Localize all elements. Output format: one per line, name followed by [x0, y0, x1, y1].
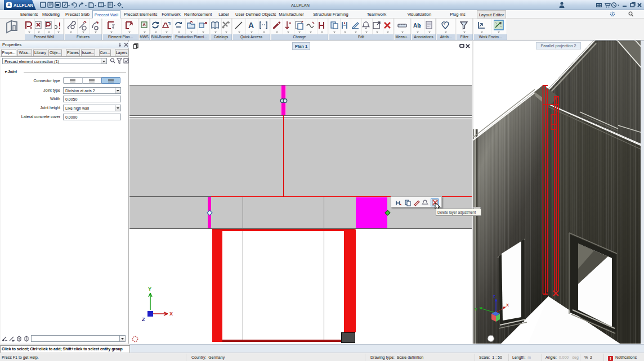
svg-text:z: z	[493, 294, 495, 299]
svg-text:Z: Z	[142, 317, 145, 322]
svg-text:X: X	[506, 303, 509, 308]
svg-text:Y: Y	[475, 307, 477, 312]
svg-text:Y: Y	[148, 286, 151, 292]
svg-text:X: X	[169, 311, 173, 317]
svg-text:c: c	[419, 24, 421, 29]
svg-text:A: A	[248, 21, 254, 30]
